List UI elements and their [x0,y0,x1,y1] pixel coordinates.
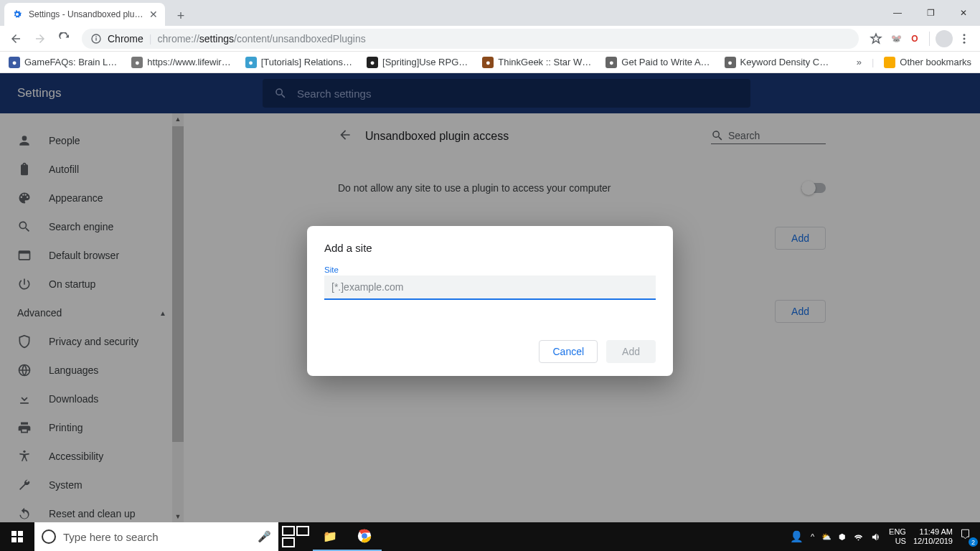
minimize-button[interactable]: — [881,0,914,26]
svg-rect-1 [95,37,96,40]
windows-taskbar: Type here to search 🎤 📁 👤 ^ ⛅ ⬢ ENGUS 11… [0,522,980,551]
volume-icon[interactable] [871,532,882,542]
start-button[interactable] [0,522,34,551]
browser-toolbar: Chrome | chrome://settings/content/unsan… [0,26,980,52]
info-icon [90,33,102,44]
menu-icon[interactable] [954,29,974,49]
favicon: ● [606,57,617,68]
tray-icon[interactable]: ⛅ [821,532,831,542]
other-bookmarks[interactable]: Other bookmarks [884,57,971,68]
tab-strip: Settings - Unsandboxed plugin a ✕ + — ❐ … [0,0,980,26]
svg-point-3 [963,34,966,36]
close-window-button[interactable]: ✕ [947,0,980,26]
bookmark-item[interactable]: ●[Tutorials] Relations… [245,57,352,68]
language-indicator[interactable]: ENGUS [889,527,906,546]
site-field-label: Site [324,265,656,274]
modal-backdrop-header [0,73,980,113]
tray-icon[interactable]: ⬢ [839,532,846,542]
gear-icon [11,9,23,20]
bookmark-label: [Spriting]Use RPG… [382,57,468,67]
address-bar[interactable]: Chrome | chrome://settings/content/unsan… [82,29,859,49]
extension-icon[interactable]: O [906,30,923,47]
task-view-button[interactable] [278,522,313,551]
svg-rect-12 [283,538,294,547]
mic-icon[interactable]: 🎤 [258,530,271,543]
svg-point-14 [362,533,367,539]
svg-rect-10 [283,527,294,535]
bookmark-star-icon[interactable] [866,29,886,49]
chrome-icon[interactable] [347,522,382,551]
favicon: ● [482,57,494,68]
site-url-input[interactable] [324,276,656,300]
separator [929,32,930,46]
clock[interactable]: 11:49 AM12/10/2019 [913,527,953,546]
separator: | [872,57,874,67]
window-controls: — ❐ ✕ [881,0,980,26]
bookmark-item[interactable]: ●Get Paid to Write A… [606,57,710,68]
maximize-button[interactable]: ❐ [914,0,947,26]
bookmark-item[interactable]: ●Keyword Density C… [725,57,829,68]
profile-avatar[interactable] [936,30,953,47]
search-placeholder: Type here to search [63,531,159,543]
add-button[interactable]: Add [606,340,656,363]
svg-rect-2 [95,36,96,37]
forward-button[interactable] [30,29,50,49]
bookmark-overflow-icon[interactable]: » [857,57,862,67]
browser-tab[interactable]: Settings - Unsandboxed plugin a ✕ [4,3,165,26]
favicon: ● [725,57,736,68]
tray-chevron-icon[interactable]: ^ [811,532,814,541]
back-button[interactable] [6,29,26,49]
favicon: ● [245,57,257,68]
system-tray: 👤 ^ ⛅ ⬢ ENGUS 11:49 AM12/10/2019 2 [790,522,980,551]
windows-search-input[interactable]: Type here to search 🎤 [34,522,278,551]
svg-rect-11 [297,527,308,535]
url-host: Chrome [108,33,143,44]
bookmark-label: Get Paid to Write A… [621,57,710,67]
add-site-dialog: Add a site Site Cancel Add [307,226,673,376]
bookmark-label: [Tutorials] Relations… [261,57,352,67]
extension-icon[interactable]: 🐭 [887,30,905,47]
bookmark-label: Keyword Density C… [740,57,829,67]
bookmark-item[interactable]: ●GameFAQs: Brain L… [9,57,117,68]
file-explorer-icon[interactable]: 📁 [313,522,347,551]
svg-point-5 [963,41,966,43]
people-icon[interactable]: 👤 [790,530,804,543]
bookmark-label: https://www.lifewir… [147,57,230,67]
bookmark-item[interactable]: ●[Spriting]Use RPG… [367,57,468,68]
bookmarks-bar: ●GameFAQs: Brain L…●https://www.lifewir…… [0,52,980,73]
cortana-icon [42,529,56,544]
dialog-title: Add a site [324,242,656,254]
bookmark-item[interactable]: ●ThinkGeek :: Star W… [482,57,591,68]
favicon: ● [131,57,143,68]
bookmark-label: ThinkGeek :: Star W… [498,57,591,67]
notifications-icon[interactable]: 2 [960,529,976,545]
tab-title: Settings - Unsandboxed plugin a [29,9,143,19]
close-icon[interactable]: ✕ [149,9,158,20]
bookmark-item[interactable]: ●https://www.lifewir… [131,57,230,68]
favicon: ● [9,57,20,68]
cancel-button[interactable]: Cancel [539,340,598,363]
svg-point-4 [963,37,966,39]
favicon: ● [367,57,378,68]
reload-button[interactable] [55,29,75,49]
wifi-icon[interactable] [853,532,864,542]
bookmark-label: GameFAQs: Brain L… [24,57,117,67]
new-tab-button[interactable]: + [171,6,191,26]
